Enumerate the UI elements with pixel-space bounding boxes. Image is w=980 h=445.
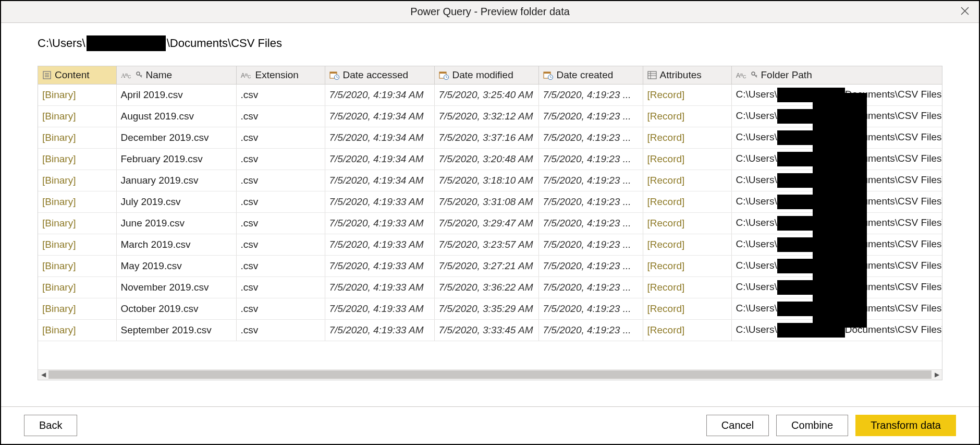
column-header-content-label: Content	[55, 69, 90, 81]
cell-attributes[interactable]: [Record]	[643, 213, 731, 234]
text-type-icon: ABC	[736, 71, 748, 79]
cell-date-accessed: 7/5/2020, 4:19:33 AM	[325, 256, 434, 277]
cell-date-modified: 7/5/2020, 3:25:40 AM	[434, 85, 538, 106]
cell-date-accessed: 7/5/2020, 4:19:34 AM	[325, 85, 434, 106]
folder-path-display: C:\Users\ \Documents\CSV Files	[38, 35, 942, 51]
table-row[interactable]: [Binary]November 2019.csv.csv7/5/2020, 4…	[38, 277, 942, 298]
table-row[interactable]: [Binary]January 2019.csv.csv7/5/2020, 4:…	[38, 170, 942, 191]
cell-content[interactable]: [Binary]	[38, 106, 116, 127]
cell-content[interactable]: [Binary]	[38, 191, 116, 213]
cell-date-created: 7/5/2020, 4:19:23 ...	[538, 191, 643, 213]
datetime-type-icon	[543, 70, 554, 80]
cell-date-modified: 7/5/2020, 3:35:29 AM	[434, 298, 538, 320]
cell-content[interactable]: [Binary]	[38, 298, 116, 320]
cell-content[interactable]: [Binary]	[38, 213, 116, 234]
table-row[interactable]: [Binary]April 2019.csv.csv7/5/2020, 4:19…	[38, 85, 942, 106]
cell-date-accessed: 7/5/2020, 4:19:33 AM	[325, 191, 434, 213]
cell-content[interactable]: [Binary]	[38, 127, 116, 149]
cell-date-created: 7/5/2020, 4:19:23 ...	[538, 85, 643, 106]
transform-data-button[interactable]: Transform data	[855, 415, 956, 436]
table-header-row: Content ABC Name ABC Extension Date acce…	[38, 66, 942, 85]
back-button[interactable]: Back	[24, 415, 77, 436]
cell-extension: .csv	[236, 85, 325, 106]
binary-type-icon	[42, 70, 52, 80]
cell-date-modified: 7/5/2020, 3:18:10 AM	[434, 170, 538, 191]
content-area: C:\Users\ \Documents\CSV Files Content A…	[1, 23, 979, 406]
column-header-content[interactable]: Content	[38, 66, 116, 85]
cell-attributes[interactable]: [Record]	[643, 298, 731, 320]
close-icon[interactable]	[956, 4, 974, 19]
cell-date-modified: 7/5/2020, 3:23:57 AM	[434, 234, 538, 256]
cell-date-modified: 7/5/2020, 3:29:47 AM	[434, 213, 538, 234]
text-type-icon: ABC	[241, 71, 252, 79]
column-header-date-modified[interactable]: Date modified	[434, 66, 538, 85]
cell-date-created: 7/5/2020, 4:19:23 ...	[538, 256, 643, 277]
cell-extension: .csv	[236, 234, 325, 256]
column-header-folder-path-label: Folder Path	[761, 69, 812, 81]
cell-date-created: 7/5/2020, 4:19:23 ...	[538, 213, 643, 234]
cell-name: April 2019.csv	[116, 85, 236, 106]
cell-content[interactable]: [Binary]	[38, 170, 116, 191]
column-header-extension[interactable]: ABC Extension	[236, 66, 325, 85]
cell-content[interactable]: [Binary]	[38, 234, 116, 256]
cell-date-modified: 7/5/2020, 3:20:48 AM	[434, 149, 538, 170]
cell-content[interactable]: [Binary]	[38, 277, 116, 298]
cancel-button[interactable]: Cancel	[706, 415, 769, 436]
table-row[interactable]: [Binary]September 2019.csv.csv7/5/2020, …	[38, 320, 942, 341]
cell-extension: .csv	[236, 256, 325, 277]
cell-attributes[interactable]: [Record]	[643, 277, 731, 298]
cell-attributes[interactable]: [Record]	[643, 106, 731, 127]
cell-attributes[interactable]: [Record]	[643, 234, 731, 256]
cell-attributes[interactable]: [Record]	[643, 127, 731, 149]
horizontal-scrollbar[interactable]: ◀ ▶	[38, 369, 942, 380]
cell-content[interactable]: [Binary]	[38, 85, 116, 106]
cell-content[interactable]: [Binary]	[38, 149, 116, 170]
cell-attributes[interactable]: [Record]	[643, 191, 731, 213]
column-header-date-created-label: Date created	[557, 69, 614, 81]
svg-rect-28	[648, 71, 656, 79]
cell-date-accessed: 7/5/2020, 4:19:33 AM	[325, 234, 434, 256]
combine-button[interactable]: Combine	[776, 415, 848, 436]
table-row[interactable]: [Binary]December 2019.csv.csv7/5/2020, 4…	[38, 127, 942, 149]
scroll-track[interactable]	[48, 370, 932, 379]
column-header-date-accessed[interactable]: Date accessed	[325, 66, 434, 85]
cell-extension: .csv	[236, 298, 325, 320]
cell-extension: .csv	[236, 320, 325, 341]
cell-content[interactable]: [Binary]	[38, 320, 116, 341]
cell-attributes[interactable]: [Record]	[643, 256, 731, 277]
table-row[interactable]: [Binary]August 2019.csv.csv7/5/2020, 4:1…	[38, 106, 942, 127]
svg-text:A: A	[241, 72, 245, 79]
column-header-folder-path[interactable]: ABC Folder Path	[731, 66, 942, 85]
svg-rect-14	[330, 72, 337, 74]
column-header-attributes[interactable]: Attributes	[643, 66, 731, 85]
scroll-left-icon[interactable]: ◀	[38, 371, 48, 378]
table-row[interactable]: [Binary]July 2019.csv.csv7/5/2020, 4:19:…	[38, 191, 942, 213]
cell-date-created: 7/5/2020, 4:19:23 ...	[538, 320, 643, 341]
table-row[interactable]: [Binary]May 2019.csv.csv7/5/2020, 4:19:3…	[38, 256, 942, 277]
scroll-right-icon[interactable]: ▶	[932, 371, 942, 378]
cell-extension: .csv	[236, 127, 325, 149]
cell-attributes[interactable]: [Record]	[643, 149, 731, 170]
cell-attributes[interactable]: [Record]	[643, 85, 731, 106]
column-header-date-created[interactable]: Date created	[538, 66, 643, 85]
preview-table: Content ABC Name ABC Extension Date acce…	[38, 66, 942, 380]
cell-content[interactable]: [Binary]	[38, 256, 116, 277]
table-row[interactable]: [Binary]February 2019.csv.csv7/5/2020, 4…	[38, 149, 942, 170]
table-empty-space	[38, 341, 942, 369]
titlebar: Power Query - Preview folder data	[1, 1, 979, 23]
cell-date-created: 7/5/2020, 4:19:23 ...	[538, 234, 643, 256]
cell-attributes[interactable]: [Record]	[643, 320, 731, 341]
key-icon	[751, 71, 758, 79]
table-row[interactable]: [Binary]March 2019.csv.csv7/5/2020, 4:19…	[38, 234, 942, 256]
cell-date-modified: 7/5/2020, 3:32:12 AM	[434, 106, 538, 127]
cell-name: May 2019.csv	[116, 256, 236, 277]
table-row[interactable]: [Binary]October 2019.csv.csv7/5/2020, 4:…	[38, 298, 942, 320]
table-row[interactable]: [Binary]June 2019.csv.csv7/5/2020, 4:19:…	[38, 213, 942, 234]
cell-name: November 2019.csv	[116, 277, 236, 298]
cell-date-accessed: 7/5/2020, 4:19:33 AM	[325, 320, 434, 341]
cell-name: July 2019.csv	[116, 191, 236, 213]
svg-line-9	[141, 75, 142, 76]
cell-attributes[interactable]: [Record]	[643, 170, 731, 191]
column-header-name[interactable]: ABC Name	[116, 66, 236, 85]
column-header-date-accessed-label: Date accessed	[343, 69, 409, 81]
